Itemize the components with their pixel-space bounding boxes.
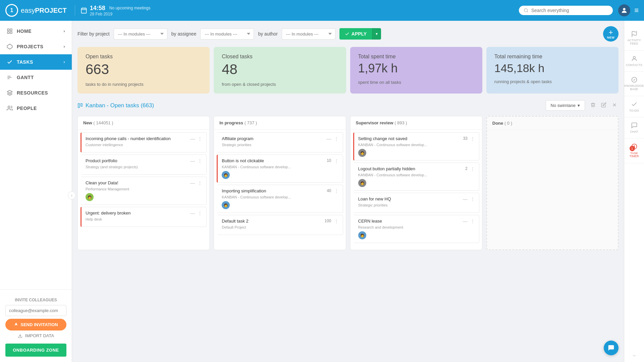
- sidebar-nav: HOME › PROJECTS › TASKS › GANTT RESOURCE…: [0, 21, 72, 287]
- kanban-edit-button[interactable]: [600, 101, 608, 110]
- logo[interactable]: 1 easyPROJECT: [5, 4, 67, 17]
- new-column-header: New ( 144051 ): [78, 116, 209, 130]
- open-tasks-value: 663: [86, 62, 202, 76]
- avatar: 🧑: [222, 201, 230, 209]
- spent-time-sub: spent time on all tasks: [358, 80, 474, 85]
- table-row[interactable]: Urgent: delivery broken — ⋮ Help desk: [80, 207, 207, 227]
- remaining-time-title: Total remaining time: [494, 54, 610, 60]
- todo-label: TO-DO: [629, 109, 639, 112]
- stat-card-spent-time[interactable]: Total spent time 1,97k h spent time on a…: [350, 47, 482, 94]
- svg-marker-11: [7, 44, 12, 49]
- close-icon: [612, 102, 617, 108]
- invite-email-input[interactable]: [5, 305, 66, 316]
- flag-icon: [631, 31, 638, 38]
- sidebar-divider: [0, 289, 72, 290]
- sidebar-item-projects[interactable]: PROJECTS ›: [0, 39, 72, 54]
- send-icon: [14, 322, 18, 327]
- kanban-close-button[interactable]: [610, 101, 619, 110]
- chat-bubble-button[interactable]: [604, 341, 619, 355]
- people-icon: [7, 105, 13, 111]
- table-row[interactable]: Loan for new HQ — ⋮ Strategic priorities: [353, 193, 479, 213]
- new-button[interactable]: + NEW: [603, 26, 619, 42]
- search-box[interactable]: [519, 6, 613, 15]
- kanban-column-new: New ( 144051 ) Incoming phone calls - nu…: [77, 116, 210, 250]
- contacts-person-icon: [631, 55, 638, 62]
- sidebar-item-people[interactable]: PEOPLE: [0, 101, 72, 116]
- table-row[interactable]: Button is not clickable 10 ⋮ KANBAN - Co…: [217, 155, 343, 183]
- sidebar: HOME › PROJECTS › TASKS › GANTT RESOURCE…: [0, 21, 72, 362]
- svg-point-4: [524, 9, 528, 12]
- spent-time-value: 1,97k h: [358, 62, 474, 74]
- svg-rect-22: [81, 104, 82, 106]
- check-apply-icon: [345, 32, 350, 36]
- import-data-button[interactable]: IMPORT DATA: [5, 333, 66, 338]
- stat-card-remaining-time[interactable]: Total remaining time 145,18k h running p…: [486, 47, 619, 94]
- closed-tasks-sub: from open & closed projects: [222, 82, 338, 87]
- hamburger-button[interactable]: ≡: [634, 6, 639, 15]
- sidebar-item-tasks[interactable]: TASKS ›: [0, 54, 72, 70]
- filter-project-select[interactable]: --- In modules ---: [114, 28, 167, 40]
- svg-rect-10: [10, 32, 12, 34]
- kanban-icon: [77, 103, 83, 108]
- sidebar-item-resources[interactable]: RESOURCES: [0, 85, 72, 101]
- kanban-title[interactable]: Kanban - Open tasks (663): [77, 102, 154, 109]
- activity-feed-label: ACTIVITY FEED: [626, 39, 643, 46]
- done-column-cards: [487, 130, 618, 135]
- kanban-header: Kanban - Open tasks (663) No swimlane ▾: [77, 100, 619, 111]
- table-row[interactable]: Importing simplification 40 ⋮ KANBAN - C…: [217, 185, 343, 213]
- header: 1 easyPROJECT 14:58 No upcoming meetings…: [0, 0, 644, 21]
- filter-author-select[interactable]: --- In modules ---: [282, 28, 335, 40]
- table-row[interactable]: Incoming phone calls - number identifica…: [80, 132, 207, 153]
- apply-button[interactable]: APPLY: [339, 28, 372, 40]
- stat-card-open-tasks[interactable]: Open tasks 663 tasks to do in running pr…: [77, 47, 210, 94]
- avatar[interactable]: [618, 4, 630, 16]
- table-row[interactable]: CERN lease — ⋮ Research and development …: [353, 215, 479, 243]
- table-row[interactable]: Clean your Data! — ⋮ Performance Managem…: [80, 177, 207, 205]
- swimlane-selector[interactable]: No swimlane ▾: [546, 100, 585, 111]
- chat-button[interactable]: CHAT: [624, 117, 644, 138]
- knowledge-base-button[interactable]: KNOWLEDGE BASE: [624, 72, 644, 96]
- table-row[interactable]: Product portfolio — ⋮ Strategy (and stra…: [80, 155, 207, 175]
- datetime-block: 14:58 No upcoming meetings 28 Feb 2019: [80, 5, 151, 16]
- table-row[interactable]: Default task 2 100 ⋮ Default Project: [217, 215, 343, 235]
- chevron-down-icon: [632, 353, 637, 358]
- new-column-cards: Incoming phone calls - number identifica…: [78, 130, 209, 230]
- apply-dropdown-button[interactable]: ▾: [372, 28, 381, 40]
- sidebar-bottom: INVITE COLLEAGUES SEND INVITATION IMPORT…: [0, 292, 72, 344]
- send-invitation-button[interactable]: SEND INVITATION: [5, 319, 66, 330]
- task-timer-button[interactable]: 1 TASK TIMER: [624, 138, 644, 164]
- search-input[interactable]: [531, 8, 608, 13]
- svg-point-6: [623, 8, 625, 10]
- table-row[interactable]: Affiliate program — ⋮ Strategic prioriti…: [217, 132, 343, 153]
- right-sidebar-expand[interactable]: [632, 353, 637, 362]
- main-content: Filter by project --- In modules --- by …: [72, 21, 624, 362]
- by-assignee-label: by assignee: [171, 31, 197, 37]
- svg-rect-8: [10, 29, 12, 31]
- contacts-button[interactable]: CONTACTS: [624, 51, 644, 72]
- sidebar-item-label-projects: PROJECTS: [17, 44, 43, 49]
- filter-bar: Filter by project --- In modules --- by …: [77, 26, 619, 42]
- logo-text: easyPROJECT: [21, 7, 67, 14]
- table-row[interactable]: Logout button partially hidden 2 ⋮ KANBA…: [353, 163, 479, 191]
- sidebar-item-home[interactable]: HOME ›: [0, 23, 72, 39]
- closed-tasks-title: Closed tasks: [222, 54, 338, 60]
- table-row[interactable]: Setting change not saved 33 ⋮ KANBAN - C…: [353, 132, 479, 161]
- kanban-column-done: Done ( 0 ): [486, 116, 619, 250]
- sidebar-item-gantt[interactable]: GANTT: [0, 70, 72, 85]
- stat-card-closed-tasks[interactable]: Closed tasks 48 from open & closed proje…: [214, 47, 346, 94]
- header-meeting: No upcoming meetings: [109, 6, 151, 10]
- collapse-sidebar-button[interactable]: ‹: [68, 191, 76, 199]
- kanban-actions: [589, 101, 619, 110]
- import-data-label: IMPORT DATA: [25, 333, 54, 338]
- filter-assignee-select[interactable]: --- In modules ---: [200, 28, 254, 40]
- todo-button[interactable]: TO-DO: [624, 96, 644, 117]
- check-icon: [631, 101, 638, 108]
- import-icon: [18, 334, 22, 338]
- onboarding-zone-button[interactable]: ONBOARDING ZONE: [5, 344, 66, 357]
- projects-chevron: ›: [64, 44, 65, 49]
- kanban-delete-button[interactable]: [589, 101, 597, 110]
- open-tasks-sub: tasks to do in running projects: [86, 82, 202, 87]
- activity-feed-button[interactable]: ACTIVITY FEED: [624, 26, 644, 51]
- closed-tasks-value: 48: [222, 62, 338, 76]
- contacts-label: CONTACTS: [626, 63, 642, 67]
